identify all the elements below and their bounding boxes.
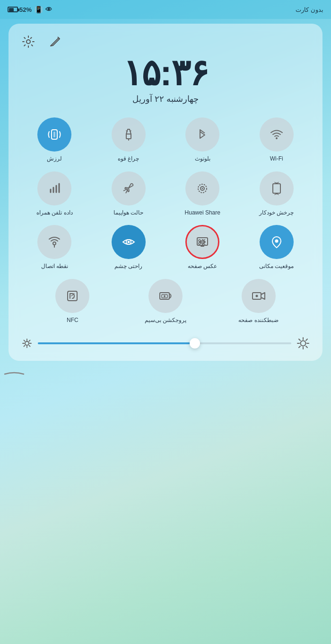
edit-button[interactable]: [46, 33, 63, 50]
svg-rect-32: [68, 291, 77, 301]
home-indicator[interactable]: [0, 368, 331, 378]
location-label: موقعیت مکانی: [259, 263, 294, 270]
control-location[interactable]: موقعیت مکانی: [242, 225, 312, 270]
svg-point-27: [199, 240, 200, 242]
huawei-share-circle: [185, 171, 219, 206]
control-vibrate[interactable]: لرزش: [20, 117, 89, 163]
no-card-label: بدون کارت: [296, 6, 323, 13]
brightness-row: [20, 337, 311, 349]
svg-rect-3: [126, 134, 131, 139]
eye-comfort-circle: [112, 225, 146, 259]
control-panel: ۱۵:۳۶ چهارشنبه ۲۲ آوریل لرزش: [9, 24, 322, 361]
svg-line-45: [24, 346, 25, 347]
control-flashlight[interactable]: چراغ قوه: [94, 117, 164, 163]
eye-status-icon: 👁: [45, 6, 52, 13]
clock-date: چهارشنبه ۲۲ آوریل: [20, 94, 311, 104]
svg-point-0: [26, 40, 30, 44]
mobile-data-circle: [37, 171, 71, 206]
control-eye-comfort[interactable]: راحتی چشم: [94, 225, 164, 270]
svg-point-8: [276, 137, 278, 139]
screenshot-circle: [185, 225, 219, 259]
auto-rotate-circle: [260, 171, 294, 206]
wifi-label: Wi-Fi: [270, 155, 283, 163]
flashlight-circle: [112, 117, 146, 152]
panel-top-row: [20, 33, 311, 50]
control-screen-recorder[interactable]: ضبطکننده صفحه: [214, 279, 303, 324]
vibrate-label: لرزش: [47, 155, 62, 163]
hotspot-label: نقطه اتصال: [41, 263, 68, 270]
svg-line-43: [24, 340, 25, 341]
wireless-projection-label: پروجکشن بی‌سیم: [145, 317, 186, 324]
control-wireless-projection[interactable]: پروجکشن بی‌سیم: [122, 279, 210, 324]
huawei-share-label: Huawei Share: [185, 209, 220, 217]
svg-point-15: [202, 188, 203, 189]
nfc-label: NFC: [67, 317, 78, 324]
settings-button[interactable]: [20, 33, 37, 50]
battery-icon: 52%: [8, 6, 32, 13]
flashlight-label: چراغ قوه: [118, 155, 139, 163]
control-auto-rotate[interactable]: چرخش خودکار: [242, 171, 312, 217]
svg-point-31: [275, 240, 278, 243]
auto-rotate-label: چرخش خودکار: [259, 209, 294, 217]
vibrate-status-icon: 📳: [35, 6, 43, 13]
svg-line-53: [306, 346, 307, 348]
eye-comfort-label: راحتی چشم: [114, 263, 142, 270]
wireless-projection-circle: [148, 279, 183, 313]
control-wifi[interactable]: Wi-Fi: [242, 117, 312, 163]
svg-line-52: [299, 339, 300, 340]
bluetooth-label: بلوتوث: [195, 155, 210, 163]
controls-bottom: NFC پروجکشن بی‌سیم: [20, 279, 311, 324]
control-mobile-data[interactable]: داده تلفن همراه: [20, 171, 89, 217]
status-bar: 52% 📳 👁 بدون کارت: [0, 0, 331, 19]
svg-point-28: [199, 242, 200, 244]
control-nfc[interactable]: NFC: [28, 279, 117, 324]
status-left: 52% 📳 👁: [8, 6, 52, 13]
screen-recorder-circle: [242, 279, 276, 313]
clock-section: ۱۵:۳۶ چهارشنبه ۲۲ آوریل: [20, 55, 311, 104]
svg-line-54: [299, 346, 300, 348]
svg-point-47: [301, 341, 306, 346]
controls-grid: لرزش چراغ قوه بلوتوث: [20, 117, 311, 270]
brightness-high-icon: [297, 337, 309, 349]
control-hotspot[interactable]: نقطه اتصال: [20, 225, 89, 270]
location-circle: [260, 225, 294, 259]
clock-time: ۱۵:۳۶: [20, 55, 311, 91]
svg-point-35: [164, 295, 166, 297]
svg-point-20: [127, 241, 130, 243]
mobile-data-label: داده تلفن همراه: [36, 209, 73, 217]
svg-rect-16: [273, 184, 280, 193]
svg-line-46: [29, 340, 30, 341]
svg-line-44: [29, 346, 30, 347]
bluetooth-circle: [185, 117, 219, 152]
svg-point-37: [255, 295, 258, 297]
hotspot-circle: [37, 225, 71, 259]
control-airplane[interactable]: حالت هواپیما: [94, 171, 164, 217]
svg-line-55: [306, 339, 307, 340]
control-huawei-share[interactable]: Huawei Share: [168, 171, 237, 217]
screenshot-label: عکس صفحه: [188, 263, 217, 270]
airplane-circle: [112, 171, 146, 206]
screen-recorder-label: ضبطکننده صفحه: [238, 317, 278, 324]
brightness-low-icon: [22, 338, 32, 349]
svg-point-38: [25, 341, 29, 345]
wifi-circle: [260, 117, 294, 152]
control-bluetooth[interactable]: بلوتوث: [168, 117, 237, 163]
nfc-circle: [55, 279, 89, 313]
svg-rect-2: [53, 132, 55, 137]
vibrate-circle: [37, 117, 71, 152]
brightness-slider[interactable]: [38, 342, 291, 344]
airplane-label: حالت هواپیما: [113, 209, 143, 217]
control-screenshot[interactable]: عکس صفحه: [168, 225, 237, 270]
